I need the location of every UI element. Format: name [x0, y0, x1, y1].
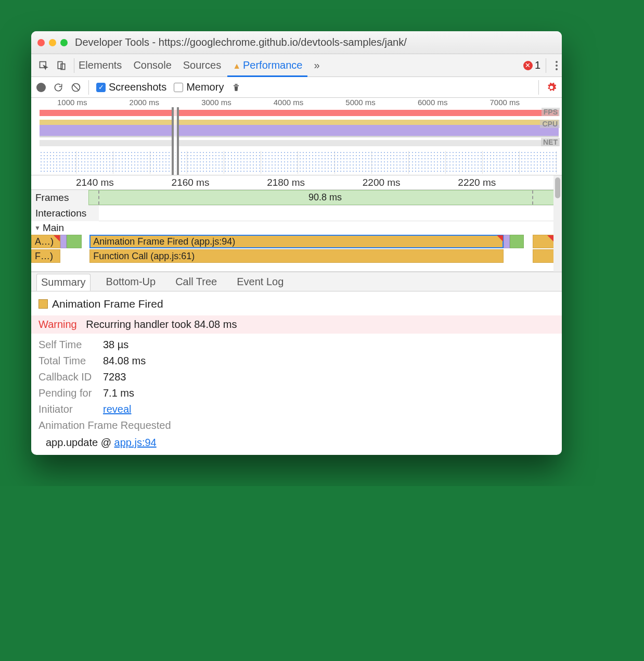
screenshots-checkbox[interactable]: Screenshots [96, 81, 166, 93]
svg-rect-1 [58, 61, 62, 68]
category-swatch [38, 299, 48, 309]
initiator-reveal-link[interactable]: reveal [103, 403, 131, 415]
inspect-element-icon[interactable] [38, 60, 49, 71]
flame-bar-fc-truncated[interactable]: F…) [31, 249, 60, 263]
close-window-button[interactable] [37, 39, 45, 46]
self-time-value: 38 µs [103, 339, 128, 351]
flame-bar-function-call[interactable]: Function Call (app.js:61) [89, 249, 504, 263]
devtools-window: Developer Tools - https://googlechrome.g… [31, 31, 562, 455]
performance-toolbar: Screenshots Memory [31, 77, 562, 98]
frame-bar[interactable]: 90.8 ms [88, 190, 562, 205]
clear-icon[interactable] [71, 82, 81, 93]
record-button[interactable] [36, 83, 46, 92]
minimize-window-button[interactable] [49, 39, 56, 46]
overview-ruler: 1000 ms2000 ms3000 ms4000 ms5000 ms6000 … [31, 98, 562, 107]
panel-tabs: Elements Console Sources ▲Performance » [79, 59, 320, 71]
overview-viewport-handle[interactable] [172, 107, 179, 175]
memory-checkbox[interactable]: Memory [174, 81, 224, 93]
zoom-window-button[interactable] [60, 39, 68, 46]
frames-track[interactable]: Frames 90.8 ms [31, 190, 562, 206]
overview-pane[interactable]: 1000 ms2000 ms3000 ms4000 ms5000 ms6000 … [31, 98, 562, 175]
tabs-overflow[interactable]: » [314, 59, 319, 71]
flamechart[interactable]: A…) Animation Frame Fired (app.js:94) F…… [31, 235, 562, 271]
warning-text: Recurring handler took 84.08 ms [86, 319, 237, 330]
reload-icon[interactable] [53, 82, 63, 93]
main-track[interactable]: ▼Main A…) Animation Frame Fired (app.js:… [31, 221, 562, 272]
tab-summary[interactable]: Summary [36, 274, 91, 291]
device-toggle-icon[interactable] [56, 60, 67, 71]
summary-pane: Animation Frame Fired Warning Recurring … [31, 291, 562, 455]
interactions-track[interactable]: Interactions [31, 206, 562, 221]
flame-bar-aff-right[interactable] [533, 235, 554, 248]
detail-ruler: 2140 ms 2160 ms 2180 ms 2200 ms 2220 ms [31, 175, 562, 190]
flame-bar-animation-frame-fired[interactable]: Animation Frame Fired (app.js:94) [89, 235, 504, 248]
details-tabs: Summary Bottom-Up Call Tree Event Log [31, 272, 562, 291]
stack-trace: app.update @ app.js:94 [46, 437, 555, 449]
warning-label: Warning [38, 319, 77, 330]
main-tabbar: Elements Console Sources ▲Performance » … [31, 54, 562, 77]
stack-source-link[interactable]: app.js:94 [114, 437, 157, 448]
flame-bar-aff-truncated[interactable]: A…) [31, 235, 60, 248]
checkbox-icon [174, 83, 183, 92]
flame-bar-fc-right[interactable] [533, 249, 554, 263]
collapse-icon: ▼ [34, 224, 41, 232]
tab-console[interactable]: Console [133, 59, 171, 71]
total-time-value: 84.08 ms [103, 355, 146, 367]
settings-gear-icon[interactable] [546, 82, 557, 93]
tab-bottom-up[interactable]: Bottom-Up [102, 274, 160, 290]
error-icon: ✕ [523, 61, 533, 70]
flame-bar-paint[interactable] [67, 235, 82, 248]
warning-row: Warning Recurring handler took 84.08 ms [31, 315, 562, 334]
vertical-scrollbar[interactable] [553, 175, 562, 272]
tab-event-log[interactable]: Event Log [233, 274, 288, 290]
callback-id-value: 7283 [103, 371, 126, 383]
animation-frame-requested-label: Animation Frame Requested [38, 420, 555, 431]
interactions-header: Interactions [31, 206, 99, 221]
more-menu-icon[interactable] [551, 61, 562, 70]
window-title: Developer Tools - https://googlechrome.g… [75, 36, 407, 48]
filmstrip [31, 150, 562, 175]
tab-sources[interactable]: Sources [183, 59, 221, 71]
flame-bar-layout[interactable] [60, 235, 67, 248]
tab-elements[interactable]: Elements [79, 59, 122, 71]
cpu-row: CPU [31, 120, 562, 137]
net-row: NET [31, 138, 562, 149]
flame-bar-layout2[interactable] [504, 235, 510, 248]
tab-call-tree[interactable]: Call Tree [171, 274, 221, 290]
checkbox-icon [96, 83, 106, 92]
event-title: Animation Frame Fired [38, 298, 555, 310]
flamechart-area: 2140 ms 2160 ms 2180 ms 2200 ms 2220 ms … [31, 175, 562, 272]
scrollbar-thumb[interactable] [555, 177, 560, 198]
main-header[interactable]: ▼Main [31, 221, 562, 235]
frames-header: Frames [31, 190, 88, 206]
pending-for-value: 7.1 ms [103, 387, 134, 399]
error-count[interactable]: ✕ 1 [523, 59, 540, 71]
garbage-collect-icon[interactable] [231, 82, 241, 93]
fps-row: FPS [31, 108, 562, 119]
flame-bar-paint2[interactable] [510, 235, 524, 248]
titlebar: Developer Tools - https://googlechrome.g… [31, 31, 562, 54]
window-controls [37, 39, 68, 46]
tab-performance[interactable]: ▲Performance [233, 59, 302, 71]
warning-icon: ▲ [233, 61, 241, 70]
